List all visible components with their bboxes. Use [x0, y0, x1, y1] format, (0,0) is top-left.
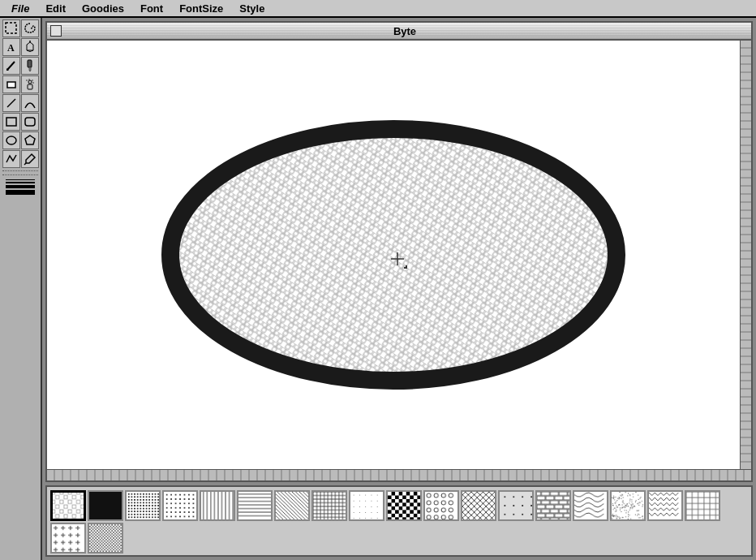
lasso-tool[interactable] [21, 19, 39, 37]
pattern-cell-12[interactable] [498, 490, 534, 521]
svg-rect-15 [25, 118, 35, 126]
pattern-cell-11[interactable] [461, 490, 496, 521]
line-medium[interactable] [2, 182, 38, 183]
pattern-bar [45, 485, 753, 557]
line-thin[interactable] [2, 179, 38, 180]
rect-tool[interactable] [2, 113, 20, 131]
brush-tool[interactable] [21, 57, 39, 75]
svg-rect-14 [6, 118, 16, 126]
pattern-cell-13[interactable] [535, 490, 571, 521]
tool-row-5 [2, 94, 39, 112]
tool-row-4 [2, 75, 39, 93]
pattern-cell-5[interactable] [237, 490, 273, 521]
line-thickest[interactable] [2, 190, 38, 195]
line-thick[interactable] [2, 185, 38, 188]
svg-text:A: A [7, 42, 15, 54]
tool-row-3 [2, 57, 39, 75]
drawing-canvas[interactable] [47, 41, 740, 469]
svg-rect-7 [28, 84, 32, 89]
line-tool[interactable] [2, 94, 20, 112]
close-button[interactable] [50, 25, 62, 37]
document-titlebar: Byte [47, 23, 751, 41]
svg-point-12 [32, 82, 33, 83]
rounded-rect-tool[interactable] [21, 113, 39, 131]
svg-rect-0 [6, 23, 16, 33]
tool-row-6 [2, 113, 39, 131]
svg-marker-17 [25, 136, 35, 144]
pencil-tool[interactable] [2, 57, 20, 75]
freehand-tool[interactable] [2, 150, 20, 168]
svg-rect-6 [7, 82, 15, 88]
spray-tool[interactable] [21, 75, 39, 93]
svg-point-11 [32, 80, 32, 80]
pattern-cell-2[interactable] [125, 490, 161, 521]
toolbar: A [0, 18, 42, 560]
svg-line-18 [24, 163, 26, 165]
pattern-cell-10[interactable] [423, 490, 459, 521]
svg-point-28 [170, 129, 616, 381]
svg-rect-5 [28, 60, 32, 67]
tool-row-2: A [2, 38, 39, 56]
svg-point-9 [26, 80, 27, 80]
pattern-cell-19[interactable] [88, 523, 123, 554]
app-area: A [0, 18, 756, 560]
menu-bar: File Edit Goodies Font FontSize Style [0, 0, 756, 18]
menu-file[interactable]: File [3, 1, 37, 16]
selection-tool[interactable] [2, 19, 20, 37]
svg-line-3 [7, 62, 15, 70]
text-tool[interactable]: A [2, 38, 20, 56]
line-options [2, 178, 38, 196]
pattern-cell-7[interactable] [311, 490, 347, 521]
menu-fontsize[interactable]: FontSize [171, 1, 231, 16]
canvas-scroll-area [47, 41, 751, 469]
tool-row-1 [2, 19, 39, 37]
menu-font[interactable]: Font [132, 1, 171, 16]
eraser-tool[interactable] [2, 75, 20, 93]
document-title: Byte [62, 25, 748, 37]
pattern-cell-6[interactable] [274, 490, 310, 521]
pattern-cell-15[interactable] [610, 490, 646, 521]
pattern-cell-8[interactable] [349, 490, 384, 521]
pattern-cell-9[interactable] [386, 490, 422, 521]
curve-tool[interactable] [21, 94, 39, 112]
toolbar-separator [2, 170, 38, 175]
document-window: Byte [45, 21, 753, 482]
menu-goodies[interactable]: Goodies [74, 1, 132, 16]
ellipse-container [158, 117, 629, 393]
oval-tool[interactable] [2, 131, 20, 149]
bucket-tool[interactable] [21, 38, 39, 56]
svg-point-10 [28, 79, 29, 80]
tool-row-8 [2, 150, 39, 168]
pattern-cell-18[interactable] [50, 523, 86, 554]
pattern-cell-16[interactable] [647, 490, 683, 521]
svg-point-8 [28, 80, 32, 84]
right-side: Byte [42, 18, 756, 560]
polygon-tool[interactable] [21, 131, 39, 149]
pattern-cell-4[interactable] [200, 490, 235, 521]
pattern-cell-0[interactable] [50, 490, 86, 521]
tool-row-7 [2, 131, 39, 149]
pattern-cell-1[interactable] [88, 490, 123, 521]
horizontal-scrollbar[interactable] [47, 469, 751, 480]
svg-point-16 [6, 136, 16, 144]
pattern-cell-14[interactable] [573, 490, 608, 521]
ellipse-svg [158, 117, 629, 393]
pattern-cell-17[interactable] [685, 490, 720, 521]
menu-edit[interactable]: Edit [37, 1, 74, 16]
svg-line-13 [7, 99, 15, 107]
vertical-scrollbar[interactable] [740, 41, 751, 469]
eyedropper-tool[interactable] [21, 150, 39, 168]
pattern-cell-3[interactable] [162, 490, 198, 521]
menu-style[interactable]: Style [231, 1, 273, 16]
